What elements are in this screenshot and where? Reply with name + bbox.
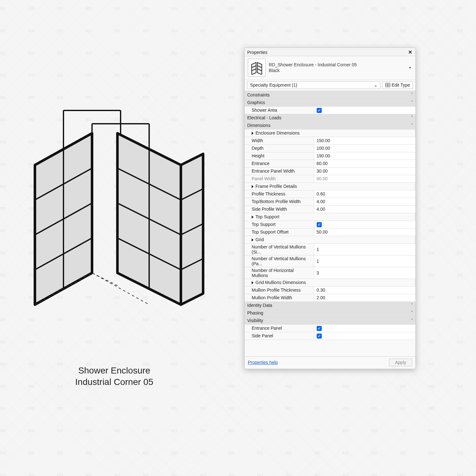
row-entrance: Entrance60.00 — [245, 160, 415, 167]
row-enclosure-dims: Enclosure Dimensions — [245, 129, 415, 137]
row-mull-width: Mullion Profile Width2.00 — [245, 294, 415, 301]
row-depth: Depth100.00 — [245, 144, 415, 152]
edit-type-icon — [385, 83, 390, 87]
panel-title: Properties — [247, 50, 407, 55]
row-nvm-side: Number of Vertical Mullions (Si...1 — [245, 243, 415, 255]
product-3d-view — [22, 92, 219, 321]
close-icon[interactable]: ✕ — [407, 49, 413, 55]
group-constraints[interactable]: Constraints˅ — [245, 91, 415, 99]
row-tb-profile-width: Top/Bottom Profile Width4.00 — [245, 198, 415, 205]
row-side-profile-width: Side Profile Width4.00 — [245, 205, 415, 213]
group-dimensions[interactable]: Dimensions˄ — [245, 122, 415, 129]
row-side-panel: Side Panel✓ — [245, 332, 415, 340]
category-selector[interactable]: Specialty Equipment (1) ⌄ — [247, 81, 380, 89]
caption-line-1: Shower Enclosure — [44, 365, 184, 376]
product-caption: Shower Enclosure Industrial Corner 05 — [44, 365, 184, 388]
row-entrance-panel-width: Entrance Panel Width30.00 — [245, 167, 415, 175]
panel-footer: Properties help Apply — [245, 356, 415, 369]
group-graphics[interactable]: Graphics˄ — [245, 99, 415, 106]
family-selector-row[interactable]: RD_Shower Enclosure - Industrial Corner … — [245, 56, 415, 80]
panel-titlebar: Properties ✕ — [245, 48, 415, 56]
svg-marker-21 — [257, 63, 262, 75]
caption-line-2: Industrial Corner 05 — [44, 376, 184, 388]
group-identity[interactable]: Identity Data˅ — [245, 301, 415, 309]
chevron-down-icon[interactable]: ▾ — [408, 65, 412, 70]
row-top-support-offset: Top Support Offset50.00 — [245, 228, 415, 236]
family-thumbnail — [248, 59, 266, 76]
row-height: Height190.00 — [245, 152, 415, 160]
row-top-support-hdr: Top Support — [245, 213, 415, 221]
properties-panel: Properties ✕ RD_Shower Enclosure - Indus… — [244, 48, 416, 369]
group-phasing[interactable]: Phasing˅ — [245, 309, 415, 317]
row-grid-hdr: Grid — [245, 236, 415, 243]
row-shower-area: Shower Area✓ — [245, 106, 415, 114]
apply-button[interactable]: Apply — [389, 359, 412, 366]
row-entrance-panel: Entrance Panel✓ — [245, 324, 415, 332]
row-grid-mull-dims: Grid Mullions Dimensions — [245, 279, 415, 286]
checkbox-checked-icon: ✓ — [317, 222, 322, 227]
group-electrical[interactable]: Electrical - Loads˅ — [245, 114, 415, 122]
checkbox-checked-icon: ✓ — [317, 326, 322, 331]
row-width: Width150.00 — [245, 137, 415, 144]
checkbox-checked-icon: ✓ — [317, 334, 322, 339]
row-profile-thickness: Profile Thickness0.60 — [245, 190, 415, 198]
row-nhm: Number of Horizontal Mullions3 — [245, 267, 415, 279]
row-top-support: Top Support✓ — [245, 221, 415, 228]
family-name: RD_Shower Enclosure - Industrial Corner … — [269, 62, 405, 73]
group-visibility[interactable]: Visibility˄ — [245, 317, 415, 324]
edit-type-button[interactable]: Edit Type — [382, 81, 413, 89]
chevron-down-icon: ⌄ — [374, 83, 378, 88]
properties-help-link[interactable]: Properties help — [248, 360, 278, 365]
row-frame-profile: Frame Profile Details — [245, 182, 415, 190]
row-panel-width: Panel Width90.00 — [245, 175, 415, 182]
properties-grid: Constraints˅ Graphics˄ Shower Area✓ Elec… — [245, 91, 415, 340]
row-mull-thick: Mullion Profile Thickness0.30 — [245, 286, 415, 294]
svg-marker-20 — [252, 63, 256, 75]
checkbox-checked-icon: ✓ — [317, 108, 322, 113]
row-nvm-panel: Number of Vertical Mullions (Pa...1 — [245, 255, 415, 267]
